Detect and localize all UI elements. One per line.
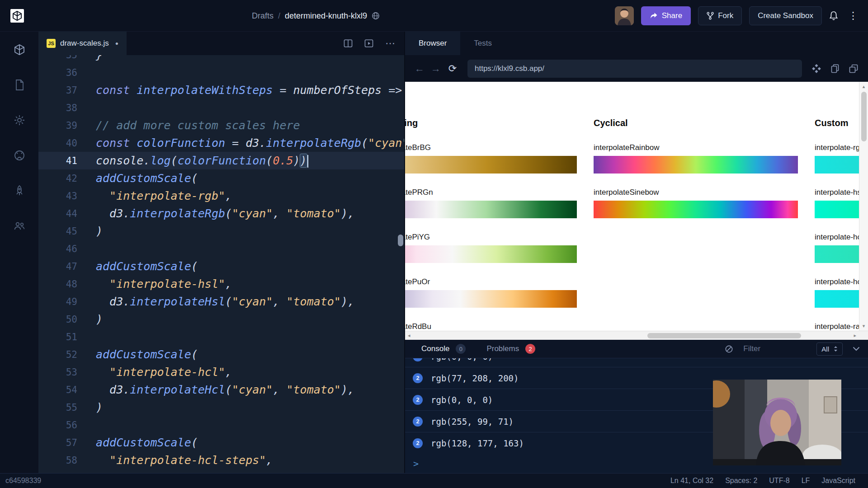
preview-actions (812, 64, 861, 73)
vertical-scrollbar[interactable]: ▴ ▾ (859, 82, 868, 331)
line-number: 53 (38, 367, 77, 378)
sidebar-item-team[interactable] (14, 220, 25, 232)
scroll-down-arrow[interactable]: ▾ (859, 323, 868, 329)
github-icon (14, 150, 25, 161)
tab-console[interactable]: Console 0 (421, 344, 466, 354)
code-editor[interactable]: 35}3637const interpolateWithSteps = numb… (38, 55, 404, 473)
globe-icon (372, 12, 380, 20)
editor-more-button[interactable]: ⋯ (385, 38, 395, 49)
collapse-console-button[interactable] (853, 347, 860, 351)
code-line: 36 (38, 64, 404, 81)
problems-tab-label: Problems (486, 344, 519, 353)
status-item[interactable]: JavaScript (821, 477, 855, 485)
status-item[interactable]: LF (802, 477, 810, 485)
console-log-row: 2rgb(0, 0, 0) (405, 358, 868, 367)
line-number: 40 (38, 138, 77, 149)
refresh-button[interactable]: ⟳ (445, 63, 460, 75)
overflow-menu-button[interactable]: ⋮ (845, 10, 861, 22)
line-number: 55 (38, 402, 77, 413)
clear-icon (725, 345, 733, 353)
pane-resize-handle[interactable] (398, 235, 403, 246)
console-filter-input[interactable] (743, 344, 807, 353)
notifications-button[interactable] (829, 11, 838, 21)
line-number: 51 (38, 332, 77, 343)
text-cursor (307, 155, 308, 168)
tab-browser[interactable]: Browser (405, 32, 460, 55)
gradient-bar (405, 290, 577, 308)
sandbox-title[interactable]: determined-knuth-klxl9 (285, 11, 367, 21)
copy-url-icon[interactable] (831, 64, 839, 73)
code-line: 38 (38, 99, 404, 117)
code-line: 48 "interpolate-hsl", (38, 275, 404, 293)
scroll-left-arrow[interactable]: ◂ (408, 333, 410, 338)
breadcrumb-folder[interactable]: Drafts (252, 11, 274, 21)
url-input[interactable] (467, 60, 802, 78)
line-number: 44 (38, 208, 77, 219)
sidebar-item-settings[interactable] (14, 114, 25, 126)
back-button[interactable]: ← (412, 63, 427, 75)
code-line: 43 "interpolate-rgb", (38, 187, 404, 205)
select-arrows-icon (834, 346, 838, 352)
code-line: 52addCustomScale( (38, 346, 404, 363)
vertical-scroll-thumb[interactable] (861, 92, 867, 141)
scale-item: interpolatePiYG (405, 233, 577, 263)
windows-icon (849, 64, 858, 73)
editor-actions: ⋯ (344, 32, 395, 55)
console-tabbar: Console 0 Problems 2 All (405, 340, 868, 358)
line-number: 47 (38, 261, 77, 272)
split-view-icon (344, 39, 353, 47)
share-button[interactable]: Share (641, 6, 691, 25)
cube-icon (14, 44, 25, 56)
scroll-up-arrow[interactable]: ▴ (859, 84, 868, 89)
tab-problems[interactable]: Problems 2 (486, 344, 535, 354)
tab-draw-scales[interactable]: JS draw-scales.js ● (38, 32, 127, 55)
status-item[interactable]: Spaces: 2 (725, 477, 757, 485)
open-preview-button[interactable] (364, 39, 373, 47)
browser-navigation: ← → ⟳ (405, 55, 868, 82)
fork-button[interactable]: Fork (698, 6, 742, 25)
log-level-select[interactable]: All (816, 343, 843, 356)
codesandbox-logo[interactable] (7, 6, 27, 26)
tab-tests[interactable]: Tests (460, 32, 505, 55)
split-editor-button[interactable] (344, 39, 353, 47)
line-number: 36 (38, 67, 77, 78)
console-count-badge: 0 (456, 344, 466, 354)
log-count-badge: 2 (413, 395, 423, 405)
console-tab-label: Console (421, 344, 449, 353)
code-lines: 35}3637const interpolateWithSteps = numb… (38, 55, 404, 469)
open-in-new-window-icon[interactable] (849, 64, 858, 73)
scale-label: interpolatePuOr (405, 277, 577, 286)
log-count-badge: 2 (413, 373, 423, 383)
clear-console-button[interactable] (725, 345, 733, 353)
status-items: Ln 41, Col 32Spaces: 2UTF-8LFJavaScript (670, 477, 868, 485)
forward-button[interactable]: → (429, 63, 443, 75)
column-title: Diverging (405, 118, 418, 128)
status-item[interactable]: Ln 41, Col 32 (670, 477, 713, 485)
column-title: Cyclical (594, 118, 628, 128)
scale-item: interpolateRainbow (594, 143, 798, 174)
sidebar-item-github[interactable] (14, 150, 25, 161)
create-sandbox-button[interactable]: Create Sandbox (749, 6, 822, 25)
log-count-badge: 2 (413, 417, 423, 427)
users-icon (14, 220, 25, 232)
webcam-video (713, 380, 841, 465)
preview-play-icon (364, 39, 373, 47)
gear-icon (14, 114, 25, 126)
sidebar-item-files[interactable] (14, 79, 25, 91)
line-number: 35 (38, 55, 77, 61)
avatar[interactable] (615, 6, 634, 25)
sidebar-item-sandbox[interactable] (14, 44, 25, 56)
status-item[interactable]: UTF-8 (769, 477, 789, 485)
diamond-grid-icon (812, 64, 821, 73)
top-bar: Drafts / determined-knuth-klxl9 Share (0, 0, 868, 32)
horizontal-scrollbar[interactable]: ◂ ▸ (405, 331, 868, 340)
horizontal-scroll-thumb[interactable] (647, 333, 801, 338)
tab-filename: draw-scales.js (60, 39, 109, 48)
scale-label: interpolateSinebow (594, 188, 798, 197)
code-line: 35} (38, 55, 404, 64)
scroll-right-arrow[interactable]: ▸ (854, 333, 856, 338)
fork-icon (707, 12, 714, 20)
code-line: 54 d3.interpolateHcl("cyan", "tomato"), (38, 381, 404, 399)
sidebar-item-deploy[interactable] (14, 185, 25, 197)
inspect-elements-icon[interactable] (812, 64, 821, 73)
